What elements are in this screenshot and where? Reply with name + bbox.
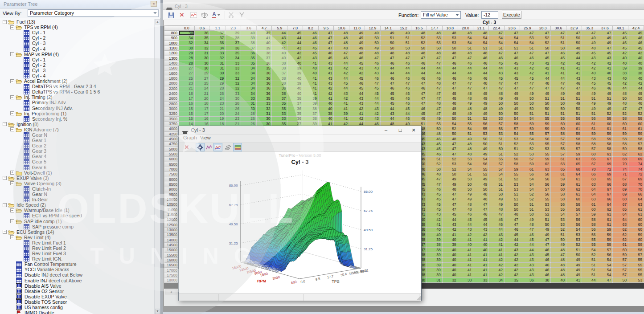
table-cell[interactable]: 42 — [628, 51, 644, 56]
table-cell[interactable]: 49 — [566, 268, 582, 273]
row-header[interactable]: 1800 — [164, 76, 179, 81]
table-cell[interactable]: 48 — [489, 91, 505, 96]
table-cell[interactable]: 25 — [179, 76, 194, 81]
table-cell[interactable]: 51 — [396, 41, 411, 45]
table-cell[interactable]: 49 — [442, 182, 458, 187]
table-cell[interactable]: 45 — [349, 61, 365, 65]
table-cell[interactable]: 40 — [582, 71, 597, 76]
table-cell[interactable]: 48 — [442, 96, 458, 101]
table-cell[interactable]: 41 — [458, 248, 473, 253]
table-cell[interactable]: 42 — [473, 232, 489, 237]
table-cell[interactable]: 45 — [597, 51, 613, 56]
table-cell[interactable]: 52 — [520, 147, 535, 151]
table-cell[interactable]: 41 — [473, 268, 489, 273]
table-cell[interactable]: 35 — [256, 96, 272, 101]
table-cell[interactable]: 61 — [628, 126, 644, 131]
table-cell[interactable]: 31 — [427, 278, 443, 283]
table-cell[interactable]: 31 — [210, 66, 226, 71]
table-cell[interactable]: 44 — [380, 116, 396, 121]
table-cell[interactable]: 59 — [566, 131, 582, 136]
table-cell[interactable]: 46 — [489, 56, 505, 61]
table-cell[interactable]: 48 — [442, 136, 458, 141]
table-cell[interactable]: 52 — [504, 177, 520, 182]
table-cell[interactable]: 53 — [489, 131, 505, 136]
table-cell[interactable]: 44 — [396, 71, 411, 76]
table-cell[interactable]: 61 — [597, 126, 613, 131]
table-cell[interactable]: 46 — [628, 41, 644, 45]
table-cell[interactable]: 47 — [551, 86, 566, 91]
table-cell[interactable]: 59 — [597, 131, 613, 136]
tree-item[interactable]: US harness config — [1, 305, 154, 310]
table-cell[interactable]: 58 — [551, 192, 566, 197]
table-cell[interactable]: 53 — [520, 142, 535, 147]
table-cell[interactable]: 51 — [489, 45, 505, 50]
table-cell[interactable]: 49 — [473, 96, 489, 101]
table-cell[interactable]: 35 — [504, 278, 520, 283]
graph-window-titlebar[interactable]: Cyl - 3 – □ ✕ — [179, 126, 421, 135]
row-header[interactable]: 9500 — [164, 192, 179, 197]
table-cell[interactable]: 74 — [613, 167, 628, 171]
table-cell[interactable]: 52 — [535, 41, 551, 45]
delete-icon[interactable]: ✕ — [177, 11, 186, 19]
table-cell[interactable]: 47 — [473, 207, 489, 212]
table-cell[interactable]: 48 — [349, 51, 365, 56]
table-cell[interactable]: 50 — [473, 142, 489, 147]
table-cell[interactable]: 48 — [551, 273, 566, 277]
table-cell[interactable]: 61 — [551, 157, 566, 162]
tree-item[interactable]: Cyl - 1 — [1, 57, 154, 62]
table-cell[interactable]: 41 — [334, 116, 349, 121]
table-cell[interactable]: 41 — [442, 232, 458, 237]
table-cell[interactable]: 52 — [520, 192, 535, 197]
table-cell[interactable]: 53 — [504, 182, 520, 187]
table-cell[interactable]: 31 — [226, 91, 241, 96]
column-header[interactable]: 25.9 — [520, 26, 535, 31]
table-cell[interactable]: 39 — [226, 31, 241, 36]
table-cell[interactable]: 51 — [566, 96, 582, 101]
table-cell[interactable]: 58 — [566, 142, 582, 147]
table-cell[interactable]: 40 — [287, 91, 303, 96]
tree-item[interactable]: −Inj. Timing (2) — [1, 94, 154, 100]
column-header[interactable]: 17.7 — [427, 26, 443, 31]
table-cell[interactable]: 69 — [628, 177, 644, 182]
table-cell[interactable]: 51 — [504, 45, 520, 50]
table-cell[interactable]: 44 — [489, 227, 505, 232]
table-cell[interactable]: 42 — [442, 227, 458, 232]
table-cell[interactable]: 54 — [504, 131, 520, 136]
row-header[interactable]: 2000 — [164, 81, 179, 86]
table-cell[interactable]: 43 — [489, 232, 505, 237]
table-cell[interactable]: 41 — [458, 257, 473, 262]
table-cell[interactable]: 49 — [489, 197, 505, 202]
table-cell[interactable]: 50 — [551, 237, 566, 242]
table-cell[interactable]: 42 — [520, 66, 535, 71]
table-cell[interactable]: 51 — [551, 36, 566, 41]
table-cell[interactable]: 53 — [458, 157, 473, 162]
table-cell[interactable]: 47 — [427, 106, 443, 111]
table-cell[interactable]: 46 — [458, 76, 473, 81]
table-cell[interactable]: 67 — [613, 177, 628, 182]
row-header[interactable]: 18000 — [164, 278, 179, 283]
table-cell[interactable]: 48 — [458, 151, 473, 156]
table-cell[interactable]: 48 — [535, 81, 551, 86]
table-cell[interactable]: 57 — [582, 147, 597, 151]
table-cell[interactable]: 47 — [318, 31, 334, 36]
table-cell[interactable]: 55 — [473, 126, 489, 131]
table-cell[interactable]: 39 — [256, 45, 272, 50]
table-cell[interactable]: 48 — [458, 142, 473, 147]
table-cell[interactable]: 59 — [628, 242, 644, 247]
table-cell[interactable]: 50 — [489, 101, 505, 106]
table-cell[interactable]: 47 — [442, 207, 458, 212]
table-cell[interactable]: 56 — [582, 227, 597, 232]
table-cell[interactable]: 68 — [566, 167, 582, 171]
table-cell[interactable]: 48 — [334, 45, 349, 50]
table-cell[interactable]: 44 — [396, 66, 411, 71]
table-cell[interactable]: 45 — [489, 76, 505, 81]
table-cell[interactable]: 74 — [628, 167, 644, 171]
table-cell[interactable]: 43 — [582, 76, 597, 81]
table-cell[interactable]: 50 — [489, 111, 505, 116]
table-cell[interactable]: 37 — [241, 45, 256, 50]
table-cell[interactable]: 46 — [365, 76, 381, 81]
table-cell[interactable]: 49 — [349, 31, 365, 36]
table-cell[interactable]: 54 — [597, 263, 613, 268]
table-cell[interactable]: 58 — [566, 136, 582, 141]
table-cell[interactable]: 47 — [318, 45, 334, 50]
